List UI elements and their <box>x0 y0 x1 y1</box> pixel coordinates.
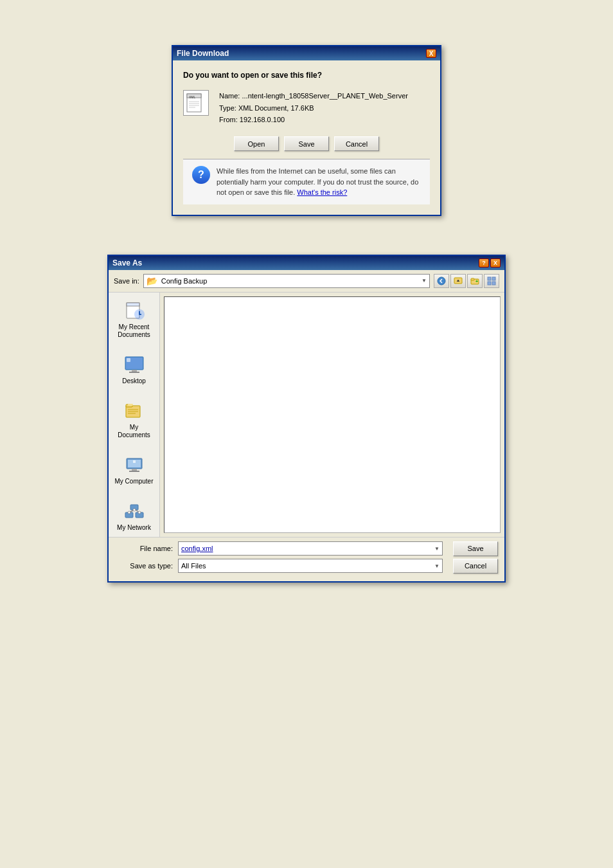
filetype-select[interactable]: All Files ▼ <box>178 559 443 573</box>
save-as-title: Save As <box>112 258 142 267</box>
save-as-file-area <box>164 296 501 533</box>
save-button[interactable]: Save <box>284 136 329 151</box>
warning-text: While files from the Internet can be use… <box>217 166 421 198</box>
save-in-select[interactable]: 📂 Config Backup ▼ <box>143 274 430 288</box>
save-as-dialog: Save As ? X Save in: 📂 Config Backup ▼ <box>107 255 506 583</box>
filename-label: File name: <box>115 545 173 552</box>
filetype-label: Save as type: <box>115 562 173 570</box>
my-network-icon <box>124 501 145 521</box>
file-type-icon: XML <box>183 90 209 116</box>
svg-point-7 <box>438 277 445 285</box>
my-documents-icon <box>124 401 145 421</box>
sidebar-item-recent[interactable]: My RecentDocuments <box>112 298 157 341</box>
filetype-row: Save as type: All Files ▼ Cancel <box>115 559 498 574</box>
back-button[interactable] <box>434 274 449 288</box>
svg-rect-28 <box>128 404 133 406</box>
filename-dropdown-arrow: ▼ <box>434 546 440 552</box>
file-from-row: From: 192.168.0.100 <box>219 114 408 126</box>
svg-point-43 <box>138 511 141 514</box>
save-as-footer: File name: config.xml ▼ Save Save as typ… <box>109 537 504 581</box>
filename-row: File name: config.xml ▼ Save <box>115 541 498 556</box>
warning-icon: ? <box>192 166 210 184</box>
save-in-value: Config Backup <box>161 277 208 285</box>
folder-icon: 📂 <box>147 276 157 286</box>
file-details: Name: ...ntent-length_18058Server__PLANE… <box>219 90 408 126</box>
save-as-titlebar: Save As ? X <box>109 256 504 270</box>
chevron-down-icon: ▼ <box>422 278 427 284</box>
svg-text:+: + <box>475 279 478 284</box>
footer-cancel-button[interactable]: Cancel <box>453 559 498 574</box>
new-folder-button[interactable]: + <box>467 274 483 288</box>
file-info-row: XML Name: ...ntent-length_18058Server__P… <box>183 90 430 126</box>
sidebar-recent-label: My RecentDocuments <box>118 323 150 339</box>
sidebar-item-desktop[interactable]: Desktop <box>112 352 157 388</box>
filename-value: config.xml <box>181 545 434 552</box>
sidebar-item-network[interactable]: My Network <box>112 498 157 534</box>
file-name-row: Name: ...ntent-length_18058Server__PLANE… <box>219 90 408 102</box>
file-download-buttons: Open Save Cancel <box>183 136 430 151</box>
sidebar-item-documents[interactable]: My Documents <box>112 398 157 442</box>
file-download-titlebar: File Download X <box>173 46 440 60</box>
recent-documents-icon <box>124 300 145 321</box>
filetype-value: All Files <box>181 562 434 570</box>
open-button[interactable]: Open <box>234 136 279 151</box>
sidebar-network-label: My Network <box>117 524 151 532</box>
titlebar-buttons: ? X <box>479 258 501 267</box>
my-computer-icon <box>124 455 145 475</box>
save-as-toolbar: Save in: 📂 Config Backup ▼ <box>109 270 504 293</box>
svg-rect-18 <box>127 303 139 306</box>
svg-text:XML: XML <box>189 95 196 99</box>
cancel-button[interactable]: Cancel <box>334 136 379 151</box>
sidebar-desktop-label: Desktop <box>122 377 146 385</box>
close-button[interactable]: X <box>490 258 501 267</box>
views-button[interactable]: ▼ <box>484 274 499 288</box>
save-as-content: My RecentDocuments Desktop <box>109 293 504 537</box>
sidebar-documents-label: My Documents <box>114 424 154 439</box>
svg-rect-14 <box>488 282 491 285</box>
file-download-warning: ? While files from the Internet can be u… <box>183 159 430 204</box>
file-download-close-button[interactable]: X <box>426 49 436 58</box>
file-download-dialog: File Download X Do you want to open or s… <box>172 45 441 216</box>
svg-rect-36 <box>133 460 136 463</box>
svg-rect-10 <box>471 278 474 280</box>
svg-rect-12 <box>488 277 491 280</box>
svg-rect-35 <box>129 471 139 472</box>
filename-input[interactable]: config.xml ▼ <box>178 541 443 556</box>
svg-point-42 <box>128 511 130 514</box>
svg-rect-23 <box>129 372 139 373</box>
up-button[interactable] <box>450 274 466 288</box>
help-button[interactable]: ? <box>479 258 489 267</box>
desktop-icon <box>124 354 145 375</box>
sidebar-item-computer[interactable]: My Computer <box>112 452 157 488</box>
file-download-body: Do you want to open or save this file? X… <box>173 60 440 215</box>
svg-rect-34 <box>132 469 137 471</box>
sidebar-computer-label: My Computer <box>114 478 153 485</box>
toolbar-nav-buttons: + ▼ <box>434 274 499 288</box>
file-type-row: Type: XML Document, 17.6KB <box>219 102 408 114</box>
file-download-question: Do you want to open or save this file? <box>183 71 430 80</box>
svg-text:▼: ▼ <box>495 278 496 282</box>
footer-save-button[interactable]: Save <box>453 541 498 556</box>
whats-the-risk-link[interactable]: What's the risk? <box>297 188 347 196</box>
svg-point-44 <box>133 509 136 511</box>
svg-rect-25 <box>127 358 130 362</box>
svg-rect-22 <box>132 370 137 372</box>
save-as-sidebar: My RecentDocuments Desktop <box>109 293 160 537</box>
file-download-title: File Download <box>177 49 229 58</box>
filetype-dropdown-arrow: ▼ <box>434 563 440 569</box>
save-in-label: Save in: <box>114 277 139 285</box>
